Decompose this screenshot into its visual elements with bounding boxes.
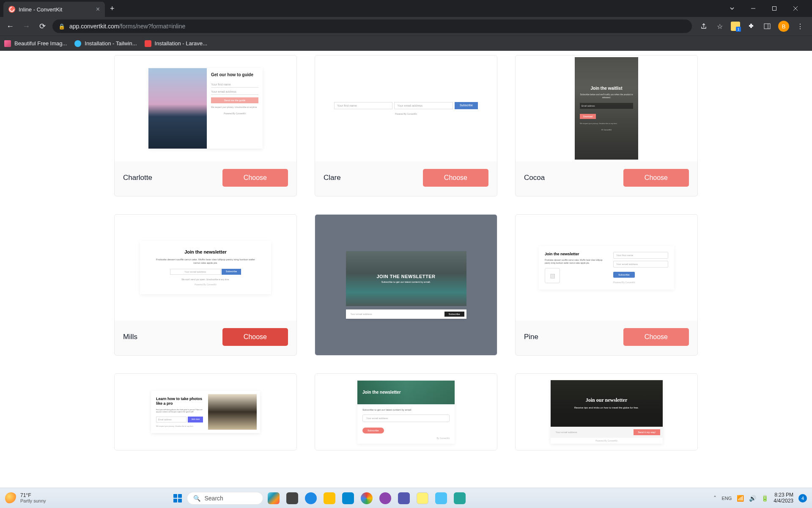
tab-title: Inline - ConvertKit xyxy=(19,6,93,13)
bookmark-item[interactable]: Installation - Tailwin... xyxy=(74,40,137,47)
preview-sub: Fruitcake dessert soufflé carrot cake. M… xyxy=(153,258,258,265)
windows-taskbar: 71°F Partly sunny 🔍 Search ˄ ENG 📶 🔊 🔋 8… xyxy=(0,488,812,508)
preview-button: Subscribe xyxy=(222,269,241,275)
taskbar-app[interactable] xyxy=(452,490,468,506)
taskbar-app[interactable] xyxy=(266,490,282,506)
taskbar-app[interactable] xyxy=(303,490,319,506)
template-preview[interactable]: Join the newsletter Subscribe to get our… xyxy=(315,374,497,450)
template-preview[interactable]: Join the newsletter Fruitcake dessert so… xyxy=(115,215,296,320)
template-card-cocoa: Join the waitlist Subscribe below and we… xyxy=(515,55,698,196)
taskbar-search[interactable]: 🔍 Search xyxy=(187,492,263,505)
preview-sub: Subscribe to get our latest content by e… xyxy=(362,409,450,411)
tailwind-icon xyxy=(74,40,81,47)
share-icon[interactable] xyxy=(699,21,709,31)
template-preview[interactable]: Join the newsletter Fruitcake dessert so… xyxy=(516,215,697,320)
bookmark-item[interactable]: Installation - Larave... xyxy=(145,40,207,47)
page-content: Get our how to guide Your first name You… xyxy=(0,51,812,488)
preview-button: Subscribe xyxy=(613,272,635,278)
template-preview[interactable]: Learn how to take photos like a pro Find… xyxy=(115,374,296,450)
template-name: Mills xyxy=(123,333,137,341)
weather-temp: 71°F xyxy=(20,493,46,498)
back-button[interactable]: ← xyxy=(4,20,16,32)
preview-input: Your email address xyxy=(553,430,631,435)
reload-button[interactable]: ⟳ xyxy=(36,20,48,32)
preview-powered: ⚙ ConvertKit xyxy=(580,129,633,131)
preview-button: Send it my way! xyxy=(634,429,660,435)
preview-sub: Subscribe below and we'll notify you whe… xyxy=(580,93,633,99)
bookmark-item[interactable]: Beautiful Free Imag... xyxy=(4,40,67,47)
preview-sub: Fruitcake dessert soufflé carrot cake. M… xyxy=(545,259,607,265)
preview-input: Your first name xyxy=(334,102,392,109)
taskbar-app[interactable] xyxy=(396,490,412,506)
volume-icon[interactable]: 🔊 xyxy=(749,495,756,502)
template-name: Pine xyxy=(524,333,538,341)
laravel-icon xyxy=(145,40,151,47)
template-card-monterey: JOIN THE NEWSLETTER Subscribe to get our… xyxy=(315,214,497,356)
weather-condition: Partly sunny xyxy=(20,498,46,503)
start-button[interactable] xyxy=(171,491,184,505)
search-placeholder: Search xyxy=(205,495,223,502)
preview-input: Your email address xyxy=(170,269,221,275)
choose-button[interactable]: Choose xyxy=(623,169,689,187)
extension-badge[interactable] xyxy=(731,22,740,31)
menu-icon[interactable]: ⋮ xyxy=(795,21,805,31)
taskbar-app[interactable] xyxy=(414,490,431,506)
choose-button[interactable]: Choose xyxy=(623,328,689,346)
template-card-pine: Join the newsletter Fruitcake dessert so… xyxy=(515,214,698,356)
side-panel-icon[interactable] xyxy=(762,21,772,31)
preview-button: Send me the guide xyxy=(211,97,258,103)
preview-privacy: We respect your privacy. Unsubscribe at … xyxy=(580,122,633,124)
choose-button[interactable]: Choose xyxy=(222,169,288,187)
notification-badge[interactable]: 4 xyxy=(798,494,807,502)
preview-heading: Join the newsletter xyxy=(545,252,607,256)
preview-powered: Powered By ConvertKit xyxy=(613,281,668,284)
address-bar[interactable]: 🔒 app.convertkit.com/forms/new?format=in… xyxy=(52,19,692,33)
preview-sub: Find yourself taking photos that look gr… xyxy=(156,409,203,413)
taskbar-app[interactable] xyxy=(377,490,393,506)
extensions-icon[interactable] xyxy=(746,21,756,31)
unsplash-icon xyxy=(4,40,11,47)
bookmark-label: Beautiful Free Imag... xyxy=(14,40,67,47)
preview-button: Join now xyxy=(188,417,203,422)
tray-chevron-icon[interactable]: ˄ xyxy=(713,495,716,502)
lock-icon: 🔒 xyxy=(58,23,65,30)
close-tab-icon[interactable]: × xyxy=(96,6,100,13)
weather-widget[interactable]: 71°F Partly sunny xyxy=(5,492,46,504)
close-window-button[interactable] xyxy=(786,2,805,15)
taskbar-app[interactable] xyxy=(433,490,449,506)
preview-powered: Powered By ConvertKit xyxy=(551,438,663,444)
profile-avatar[interactable]: B xyxy=(778,21,789,32)
template-card: Join the newsletter Subscribe to get our… xyxy=(315,373,497,450)
taskbar-app[interactable] xyxy=(340,490,356,506)
minimize-button[interactable] xyxy=(743,2,763,15)
template-card-mills: Join the newsletter Fruitcake dessert so… xyxy=(114,214,297,356)
tray-language-icon[interactable]: ENG xyxy=(721,496,732,501)
browser-tab[interactable]: Inline - ConvertKit × xyxy=(3,2,105,17)
bookmark-label: Installation - Larave... xyxy=(155,40,207,47)
tab-strip: Inline - ConvertKit × + xyxy=(0,0,812,17)
choose-button[interactable]: Choose xyxy=(222,328,288,346)
bookmark-star-icon[interactable]: ☆ xyxy=(715,21,725,31)
clock[interactable]: 8:23 PM 4/4/2023 xyxy=(774,492,793,504)
template-name: Cocoa xyxy=(524,174,545,182)
template-preview[interactable]: Join our newsletter Receive tips and tri… xyxy=(516,374,697,450)
preview-powered: By ConvertKit xyxy=(362,437,450,439)
tab-search-icon[interactable] xyxy=(722,2,742,15)
template-preview[interactable]: JOIN THE NEWSLETTER Subscribe to get our… xyxy=(315,215,497,355)
battery-icon[interactable]: 🔋 xyxy=(761,495,768,502)
taskbar-app[interactable] xyxy=(284,490,300,506)
wifi-icon[interactable]: 📶 xyxy=(737,495,744,502)
maximize-button[interactable] xyxy=(765,2,784,15)
template-preview[interactable]: Get our how to guide Your first name You… xyxy=(115,55,296,161)
taskbar-app[interactable] xyxy=(321,490,337,506)
image-placeholder-icon: ▧ xyxy=(545,268,560,283)
url-path: /forms/new?format=inline xyxy=(119,23,186,30)
new-tab-button[interactable]: + xyxy=(110,4,115,13)
template-preview[interactable]: Join the waitlist Subscribe below and we… xyxy=(516,55,697,161)
template-name: Charlotte xyxy=(123,174,152,182)
template-preview[interactable]: Your first name Your email address Subsc… xyxy=(315,55,497,161)
taskbar-app[interactable] xyxy=(359,490,375,506)
svg-rect-1 xyxy=(773,7,776,11)
choose-button[interactable]: Choose xyxy=(423,169,488,187)
forward-button[interactable]: → xyxy=(20,20,32,32)
